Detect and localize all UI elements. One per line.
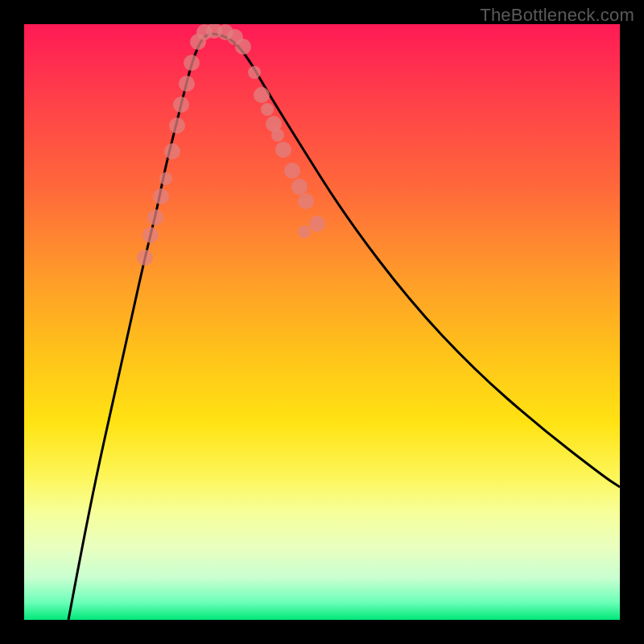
data-marker (147, 209, 163, 225)
data-marker (298, 225, 311, 238)
data-marker (261, 103, 274, 116)
data-marker (271, 129, 284, 142)
data-marker (173, 97, 189, 113)
data-marker (142, 227, 159, 243)
data-marker (164, 143, 180, 159)
data-marker (254, 87, 270, 103)
watermark-text: TheBottleneck.com (480, 5, 634, 26)
data-marker (298, 193, 314, 209)
curve-layer (24, 24, 620, 620)
data-marker (184, 55, 200, 71)
data-marker (291, 179, 308, 195)
data-marker (153, 188, 169, 204)
data-marker (309, 216, 325, 232)
data-marker (235, 39, 251, 55)
bottleneck-curve (68, 34, 620, 620)
data-marker (169, 118, 185, 134)
curve-markers (137, 24, 325, 266)
data-marker (137, 250, 153, 266)
chart-frame: TheBottleneck.com (0, 0, 644, 644)
data-marker (275, 142, 291, 158)
data-marker (284, 163, 300, 179)
data-marker (179, 76, 195, 92)
data-marker (248, 66, 261, 79)
data-marker (159, 172, 172, 185)
plot-area (24, 24, 620, 620)
